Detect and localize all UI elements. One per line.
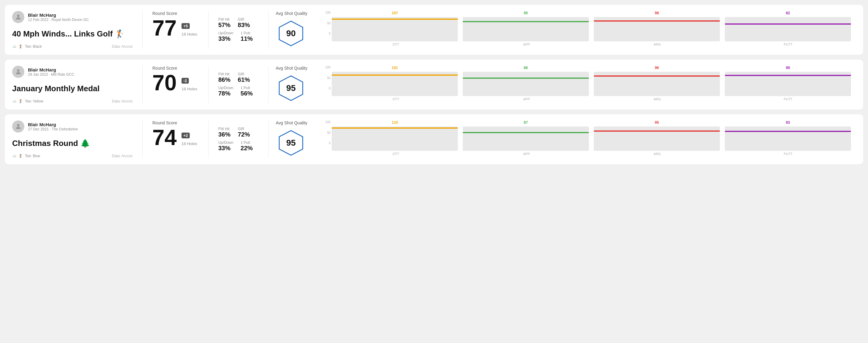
score-section: Round Score 70 -2 18 Holes	[145, 66, 206, 103]
round-title: 40 Mph Winds... Links Golf 🏌️	[12, 29, 132, 39]
app-col: 86	[463, 66, 589, 96]
one-putt-label: 1 Putt	[241, 141, 253, 145]
score-badge-wrap: +2 18 Holes	[182, 132, 197, 146]
one-putt-stat: 1 Putt 11%	[241, 31, 253, 42]
bottom-row: ☁️ 🏌 Tee: Black Data: Arccos	[12, 44, 132, 49]
ott-axis-label: OTT	[333, 42, 459, 46]
up-down-stat: Up/Down 78%	[218, 86, 233, 97]
putt-col: 93	[725, 120, 851, 151]
chart-section: 100 50 0 110 8	[319, 120, 856, 158]
weather-icon: ☁️	[12, 99, 17, 103]
ott-col: 107	[332, 11, 458, 41]
user-name: Blair McHarg	[28, 12, 89, 18]
arg-bar	[594, 126, 720, 151]
round-left-section: Blair McHarg 12 Feb 2022 · Royal North D…	[12, 11, 140, 49]
putt-bar	[725, 17, 851, 41]
hexagon: 90	[277, 20, 305, 47]
ott-value-label: 101	[392, 66, 398, 70]
hexagon: 95	[277, 74, 305, 102]
one-putt-stat: 1 Putt 22%	[241, 141, 253, 152]
fw-hit-label: FW Hit	[218, 72, 230, 76]
stats-section: FW Hit 57% GIR 83% Up/Down 33% 1 Putt 11…	[211, 11, 266, 49]
stat-row-1: FW Hit 36% GIR 72%	[218, 127, 258, 138]
divider-3	[268, 66, 269, 103]
round-left-section: Blair McHarg 27 Dec 2021 · The Oxfordshi…	[12, 120, 140, 158]
putt-axis-label: PUTT	[725, 152, 851, 156]
arg-bar	[594, 72, 720, 96]
quality-score: 95	[286, 138, 296, 148]
quality-label: Avg Shot Quality	[276, 66, 307, 70]
stats-section: FW Hit 36% GIR 72% Up/Down 33% 1 Putt 22…	[211, 120, 266, 158]
up-down-value: 78%	[218, 90, 233, 97]
chart-body: 100 50 0 101 8	[324, 66, 851, 96]
ott-line	[332, 19, 458, 20]
gir-label: GIR	[238, 127, 250, 131]
app-axis-label: APP	[464, 152, 590, 156]
avatar	[12, 11, 24, 23]
one-putt-value: 22%	[241, 145, 253, 152]
gir-label: GIR	[238, 72, 250, 76]
full-chart: 100 50 0 101 8	[324, 66, 851, 101]
stat-row-2: Up/Down 33% 1 Putt 22%	[218, 141, 258, 152]
arg-col: 96	[594, 66, 720, 96]
fw-hit-value: 86%	[218, 76, 230, 83]
score-row: 77 +5 18 Holes	[152, 17, 198, 39]
one-putt-label: 1 Putt	[241, 86, 253, 90]
bars-row: 107 95	[332, 11, 851, 41]
stats-section: FW Hit 86% GIR 61% Up/Down 78% 1 Putt 56…	[211, 66, 266, 103]
app-axis-label: APP	[464, 42, 590, 46]
fw-hit-label: FW Hit	[218, 17, 230, 22]
chart-section: 100 50 0 101 8	[319, 66, 856, 103]
app-line	[463, 21, 589, 22]
hexagon-container: 95	[276, 73, 306, 103]
hexagon: 95	[277, 129, 305, 157]
user-name: Blair McHarg	[28, 122, 78, 127]
avatar	[12, 66, 24, 78]
bag-icon: 🏌	[19, 44, 23, 49]
divider-1	[142, 120, 143, 158]
one-putt-stat: 1 Putt 56%	[241, 86, 253, 97]
putt-bar	[725, 72, 851, 96]
user-row: Blair McHarg 29 Jan 2022 · Mill Ride GCC	[12, 66, 132, 78]
putt-axis-label: PUTT	[725, 97, 851, 101]
arg-col: 95	[594, 120, 720, 151]
up-down-label: Up/Down	[218, 31, 233, 35]
arg-line	[594, 130, 720, 132]
score-section: Round Score 74 +2 18 Holes	[145, 120, 206, 158]
putt-value-label: 93	[786, 120, 790, 125]
chart-section: 100 50 0 107 9	[319, 11, 856, 49]
quality-section: Avg Shot Quality 95	[271, 120, 319, 158]
fw-hit-value: 36%	[218, 131, 230, 138]
score-diff-badge: +2	[182, 132, 190, 138]
bars-row: 101 86	[332, 66, 851, 96]
app-line	[463, 132, 589, 133]
y-axis: 100 50 0	[324, 120, 332, 145]
app-bar	[463, 17, 589, 41]
y-0: 0	[329, 32, 331, 35]
y-axis: 100 50 0	[324, 66, 332, 90]
arg-value-label: 96	[655, 66, 659, 70]
ott-bar	[332, 17, 458, 41]
ott-value-label: 110	[392, 120, 398, 125]
up-down-value: 33%	[218, 35, 233, 42]
gir-label: GIR	[238, 17, 250, 22]
score-label: Round Score	[152, 66, 198, 70]
y-100: 100	[325, 66, 331, 69]
full-chart: 100 50 0 110 8	[324, 120, 851, 156]
app-axis-label: APP	[464, 97, 590, 101]
divider-3	[268, 120, 269, 158]
ott-col: 101	[332, 66, 458, 96]
svg-point-4	[17, 124, 20, 126]
quality-section: Avg Shot Quality 95	[271, 66, 319, 103]
gir-stat: GIR 83%	[238, 17, 250, 29]
fw-hit-stat: FW Hit 86%	[218, 72, 230, 83]
stat-row-2: Up/Down 33% 1 Putt 11%	[218, 31, 258, 42]
round-card-1: Blair McHarg 12 Feb 2022 · Royal North D…	[5, 5, 863, 55]
divider-2	[208, 11, 209, 49]
holes-label: 18 Holes	[182, 32, 197, 36]
x-axis: OTT APP ARG PUTT	[324, 152, 851, 156]
x-axis: OTT APP ARG PUTT	[324, 42, 851, 46]
arg-axis-label: ARG	[594, 97, 720, 101]
ott-line	[332, 127, 458, 129]
app-value-label: 95	[524, 11, 528, 15]
